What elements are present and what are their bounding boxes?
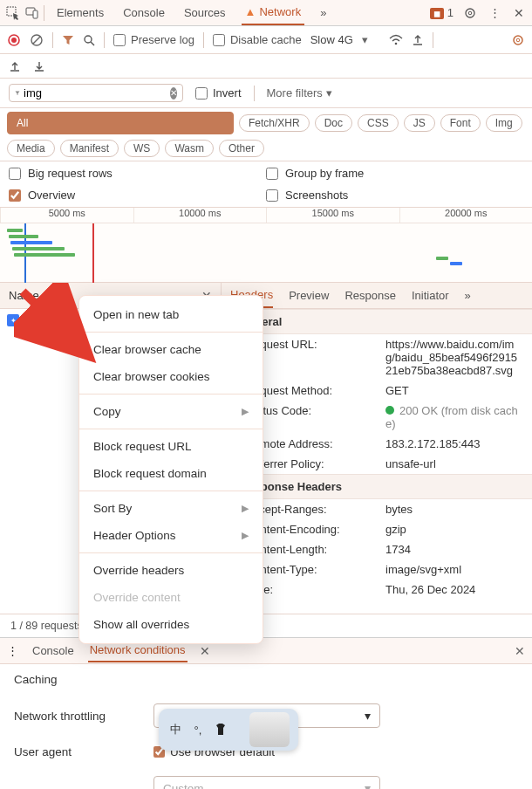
k: Request URL:: [246, 338, 385, 377]
upload-icon[interactable]: [412, 34, 424, 46]
divider: [52, 32, 53, 48]
tab-console[interactable]: Console: [119, 0, 168, 25]
tab-elements[interactable]: Elements: [53, 0, 107, 25]
v: 183.2.172.185:443: [385, 437, 523, 450]
screenshots-checkbox[interactable]: Screenshots: [266, 189, 523, 202]
v: https://www.baidu.com/img/baidu_85beaf54…: [385, 338, 523, 377]
filter-row: ✕ Invert More filters ▾: [0, 79, 532, 108]
big-rows-checkbox[interactable]: Big request rows: [9, 167, 266, 180]
svg-line-8: [33, 37, 40, 44]
cm-header-options[interactable]: Header Options▶: [79, 522, 263, 549]
kv-content-type: Content-Type:image/svg+xml: [222, 559, 532, 580]
kebab-icon[interactable]: ⋮: [7, 644, 18, 657]
kv-encoding: Content-Encoding:gzip: [222, 519, 532, 539]
chevron-right-icon: ▶: [242, 530, 249, 541]
invert-label: Invert: [213, 86, 242, 99]
cm-override-headers[interactable]: Override headers: [79, 557, 263, 584]
cm-sort-by[interactable]: Sort By▶: [79, 495, 263, 522]
svg-point-4: [468, 11, 472, 15]
ua-sel-value: Custom...: [163, 782, 214, 790]
overview-timeline[interactable]: 5000 ms 10000 ms 15000 ms 20000 ms: [0, 208, 532, 283]
type-doc[interactable]: Doc: [315, 114, 352, 132]
req-bar: [10, 241, 52, 244]
k: Remote Address:: [246, 437, 385, 450]
tabs-overflow[interactable]: »: [317, 0, 330, 25]
dtab-initiator[interactable]: Initiator: [412, 284, 449, 307]
clear-icon[interactable]: [30, 33, 44, 47]
type-css[interactable]: CSS: [358, 114, 399, 132]
disable-cache-checkbox[interactable]: Disable cache: [213, 33, 302, 46]
cm-copy[interactable]: Copy▶: [79, 398, 263, 425]
dtab-preview[interactable]: Preview: [289, 284, 329, 307]
more-filters[interactable]: More filters ▾: [267, 86, 332, 99]
type-fetchxhr[interactable]: Fetch/XHR: [239, 114, 310, 132]
type-wasm[interactable]: Wasm: [165, 140, 214, 157]
cm-show-overrides[interactable]: Show all overrides: [79, 611, 263, 638]
tab-network[interactable]: ▲Network: [242, 0, 305, 25]
kebab-icon[interactable]: ⋮: [487, 5, 502, 21]
network-toolbar: Preserve log Disable cache Slow 4G ▾: [0, 26, 532, 54]
throttle-select[interactable]: Slow 4G: [310, 33, 353, 46]
close-icon[interactable]: ✕: [511, 5, 527, 21]
ime-mascot-icon: [249, 712, 290, 747]
display-options: Big request rows Overview Group by frame…: [0, 161, 532, 208]
filter-icon[interactable]: [62, 34, 74, 46]
tab-sources[interactable]: Sources: [181, 0, 229, 25]
type-ws[interactable]: WS: [124, 140, 160, 157]
chevron-down-icon[interactable]: ▾: [362, 33, 368, 46]
kv-length: Content-Length:1734: [222, 539, 532, 559]
group-frame-checkbox[interactable]: Group by frame: [266, 167, 523, 180]
svg-line-10: [91, 42, 94, 45]
ime-lang-icon[interactable]: 中: [167, 722, 183, 738]
devtools-topbar: Elements Console Sources ▲Network » ◼ 1 …: [0, 0, 532, 26]
preserve-log-checkbox[interactable]: Preserve log: [113, 33, 194, 46]
cm-block-url[interactable]: Block request URL: [79, 433, 263, 460]
type-manifest[interactable]: Manifest: [60, 140, 119, 157]
k: Referrer Policy:: [246, 457, 385, 470]
response-headers-section[interactable]: ▾Response Headers: [222, 474, 532, 499]
record-icon[interactable]: [7, 33, 21, 47]
search-icon[interactable]: [83, 34, 95, 46]
error-badge[interactable]: ◼ 1: [430, 6, 454, 19]
import-icon[interactable]: [33, 60, 45, 72]
filter-input-box[interactable]: ✕: [9, 84, 183, 102]
drawer-tab-console[interactable]: Console: [31, 640, 76, 662]
dtab-response[interactable]: Response: [344, 284, 396, 307]
type-js[interactable]: JS: [404, 114, 435, 132]
topbar-right: ◼ 1 ⋮ ✕: [430, 5, 527, 21]
inspect-icon[interactable]: [5, 5, 21, 21]
ime-punct-icon[interactable]: °,: [190, 722, 206, 738]
dtab-overflow[interactable]: »: [465, 284, 471, 307]
invert-checkbox[interactable]: Invert: [195, 86, 242, 99]
overview-checkbox[interactable]: Overview: [9, 189, 266, 202]
type-img[interactable]: Img: [486, 114, 522, 132]
detail-tabs: Headers Preview Response Initiator »: [222, 283, 532, 308]
network-settings-icon[interactable]: [511, 33, 525, 47]
close-drawer-icon[interactable]: ✕: [515, 644, 525, 658]
cm-block-domain[interactable]: Block request domain: [79, 460, 263, 487]
type-all[interactable]: All: [7, 112, 234, 134]
close-tab-icon[interactable]: ✕: [200, 644, 210, 658]
svg-point-9: [85, 36, 92, 43]
svg-point-6: [11, 38, 17, 43]
wifi-icon[interactable]: [389, 34, 403, 46]
gear-icon[interactable]: [462, 5, 478, 21]
general-section[interactable]: ▾General: [222, 309, 532, 334]
divider: [203, 32, 204, 48]
error-icon: ◼: [430, 8, 444, 19]
cm-clear-cookies[interactable]: Clear browser cookies: [79, 363, 263, 390]
separator: [79, 429, 263, 429]
type-other[interactable]: Other: [219, 140, 264, 157]
kv-referrer: Referrer Policy:unsafe-url: [222, 454, 532, 474]
device-icon[interactable]: [24, 5, 40, 21]
ua-select[interactable]: Custom...▾: [153, 776, 380, 789]
cm-clear-cache[interactable]: Clear browser cache: [79, 336, 263, 363]
export-icon[interactable]: [9, 60, 21, 72]
clear-filter-icon[interactable]: ✕: [170, 87, 177, 99]
filter-input[interactable]: [24, 86, 170, 99]
type-media[interactable]: Media: [7, 140, 55, 157]
type-font[interactable]: Font: [440, 114, 481, 132]
ime-shirt-icon[interactable]: [213, 722, 228, 738]
ime-toolbar[interactable]: 中 °,: [159, 709, 298, 751]
cm-open-new-tab[interactable]: Open in new tab: [79, 301, 263, 328]
